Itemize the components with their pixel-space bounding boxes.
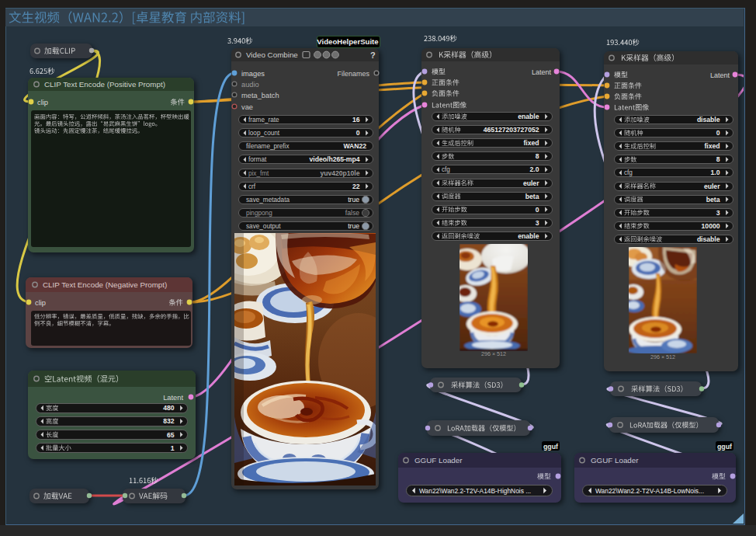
svg-text:meta_batch: meta_batch bbox=[241, 92, 279, 99]
svg-text:8: 8 bbox=[536, 152, 539, 160]
svg-text:Wan22\Wan2.2-T2V-A14B-LowNois.: Wan22\Wan2.2-T2V-A14B-LowNois... bbox=[595, 487, 704, 495]
svg-text:GGUF Loader: GGUF Loader bbox=[591, 456, 639, 465]
svg-text:save_metadata: save_metadata bbox=[246, 197, 290, 204]
svg-text:Wan22\Wan2.2-T2V-A14B-HighNois: Wan22\Wan2.2-T2V-A14B-HighNois ... bbox=[419, 487, 531, 495]
svg-text:0: 0 bbox=[716, 129, 720, 137]
svg-text:beta: beta bbox=[706, 196, 720, 204]
svg-text:CLIP Text Encode (Negative Pro: CLIP Text Encode (Negative Prompt) bbox=[43, 280, 167, 289]
svg-text:audio: audio bbox=[241, 81, 259, 89]
svg-text:480: 480 bbox=[163, 404, 175, 412]
svg-text:GGUF Loader: GGUF Loader bbox=[414, 456, 463, 465]
svg-text:format: format bbox=[248, 156, 267, 163]
svg-text:cfg: cfg bbox=[624, 169, 633, 176]
svg-text:vae: vae bbox=[241, 103, 253, 111]
svg-text:gguf: gguf bbox=[543, 443, 558, 451]
svg-text:0: 0 bbox=[536, 206, 539, 214]
svg-text:Filenames: Filenames bbox=[337, 70, 369, 78]
svg-text:filename_prefix: filename_prefix bbox=[246, 143, 290, 150]
svg-text:10000: 10000 bbox=[702, 222, 720, 230]
svg-text:3: 3 bbox=[716, 209, 720, 217]
svg-text:save_output: save_output bbox=[246, 223, 281, 230]
svg-text:465127203727052: 465127203727052 bbox=[484, 126, 539, 134]
svg-text:euler: euler bbox=[523, 179, 539, 187]
svg-text:clip: clip bbox=[37, 99, 48, 106]
svg-text:fixed: fixed bbox=[704, 142, 720, 150]
svg-text:65: 65 bbox=[167, 431, 175, 439]
svg-text:0: 0 bbox=[356, 129, 360, 137]
svg-text:images: images bbox=[241, 70, 265, 78]
svg-text:WAN22: WAN22 bbox=[343, 142, 366, 150]
svg-text:296 × 512: 296 × 512 bbox=[650, 353, 675, 360]
svg-text:8: 8 bbox=[716, 155, 720, 163]
svg-text:enable: enable bbox=[518, 232, 539, 240]
svg-text:fixed: fixed bbox=[523, 139, 539, 147]
svg-text:euler: euler bbox=[704, 183, 720, 190]
svg-text:disable: disable bbox=[697, 235, 720, 243]
svg-text:true: true bbox=[348, 222, 359, 230]
svg-text:CLIP Text Encode (Positive Pro: CLIP Text Encode (Positive Prompt) bbox=[44, 80, 165, 89]
svg-text:22: 22 bbox=[352, 183, 360, 190]
svg-text:1.0: 1.0 bbox=[711, 169, 720, 176]
svg-text:cfg: cfg bbox=[442, 166, 450, 173]
svg-text:beta: beta bbox=[525, 193, 539, 200]
svg-text:true: true bbox=[348, 196, 359, 204]
svg-text:false: false bbox=[345, 209, 359, 217]
svg-text:296 × 512: 296 × 512 bbox=[481, 350, 506, 357]
svg-text:?: ? bbox=[370, 50, 376, 60]
svg-text:disable: disable bbox=[697, 116, 720, 124]
svg-text:Video Combine: Video Combine bbox=[246, 50, 298, 59]
svg-text:frame_rate: frame_rate bbox=[248, 117, 279, 124]
svg-text:16: 16 bbox=[352, 116, 360, 124]
svg-text:VideoHelperSuite: VideoHelperSuite bbox=[317, 37, 378, 46]
svg-text:832: 832 bbox=[163, 417, 175, 425]
svg-text:2.0: 2.0 bbox=[530, 165, 539, 173]
svg-text:pingpong: pingpong bbox=[246, 210, 272, 217]
svg-text:Latent: Latent bbox=[532, 68, 552, 76]
svg-text:enable: enable bbox=[518, 113, 539, 120]
svg-text:3: 3 bbox=[536, 219, 539, 227]
svg-text:clip: clip bbox=[35, 299, 46, 307]
svg-text:pix_fmt: pix_fmt bbox=[248, 170, 269, 177]
svg-text:video/h265-mp4: video/h265-mp4 bbox=[310, 155, 360, 163]
svg-text:loop_count: loop_count bbox=[248, 130, 280, 137]
svg-text:yuv420p10le: yuv420p10le bbox=[320, 169, 359, 177]
svg-text:1: 1 bbox=[171, 444, 175, 452]
svg-text:gguf: gguf bbox=[717, 443, 732, 451]
svg-text:crf: crf bbox=[248, 183, 256, 190]
svg-text:Latent: Latent bbox=[710, 71, 730, 79]
svg-text:Latent: Latent bbox=[163, 394, 183, 402]
